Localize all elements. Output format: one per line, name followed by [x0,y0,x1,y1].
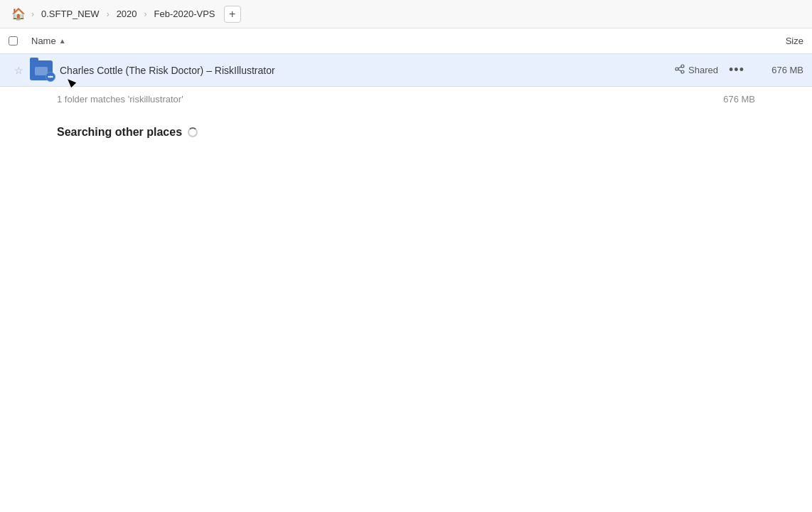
sort-arrow-icon: ▲ [59,37,66,45]
sep-2: › [107,9,109,19]
matches-text: 1 folder matches 'riskillustrator' [57,94,183,105]
summary-row: 1 folder matches 'riskillustrator' 676 M… [0,87,812,112]
link-badge-icon [46,72,55,82]
size-column-header: Size [747,36,803,46]
sep-1: › [31,9,34,19]
column-header: Name ▲ Size [0,28,812,54]
file-size: 676 MB [747,65,803,75]
shared-badge[interactable]: Shared [675,64,718,76]
share-icon [675,64,685,76]
svg-point-4 [675,68,678,70]
add-tab-button[interactable]: + [224,6,241,23]
file-name: Charles Cottle (The Risk Doctor) – RiskI… [54,65,675,76]
share-svg [675,64,685,74]
breadcrumb-item-feb[interactable]: Feb-2020-VPS [150,7,220,21]
svg-point-2 [51,75,53,77]
file-row[interactable]: ☆ Charles Cottle (The Risk Doctor) – Ris… [0,54,812,87]
svg-point-5 [681,70,684,73]
more-options-button[interactable]: ••• [727,60,747,80]
name-column-header[interactable]: Name ▲ [31,36,747,46]
folder-icon-wrapper [28,60,54,80]
breadcrumb-bar: 🏠 › 0.SFTP_NEW › 2020 › Feb-2020-VPS + [0,0,812,28]
svg-point-1 [48,75,49,77]
svg-point-3 [681,65,684,68]
select-all-checkbox[interactable] [9,36,31,46]
svg-line-6 [678,67,681,68]
checkbox-all[interactable] [9,36,18,46]
svg-line-7 [678,70,681,71]
searching-section: Searching other places [0,112,812,153]
row-actions: Shared ••• [675,60,747,80]
sep-3: › [144,9,147,19]
star-icon[interactable]: ☆ [9,65,28,76]
breadcrumb-item-sftp[interactable]: 0.SFTP_NEW [37,7,104,21]
breadcrumb-item-2020[interactable]: 2020 [112,7,141,21]
summary-size: 676 MB [723,94,755,105]
loading-spinner [188,127,198,137]
home-button[interactable]: 🏠 [9,4,28,24]
searching-title: Searching other places [57,126,755,139]
